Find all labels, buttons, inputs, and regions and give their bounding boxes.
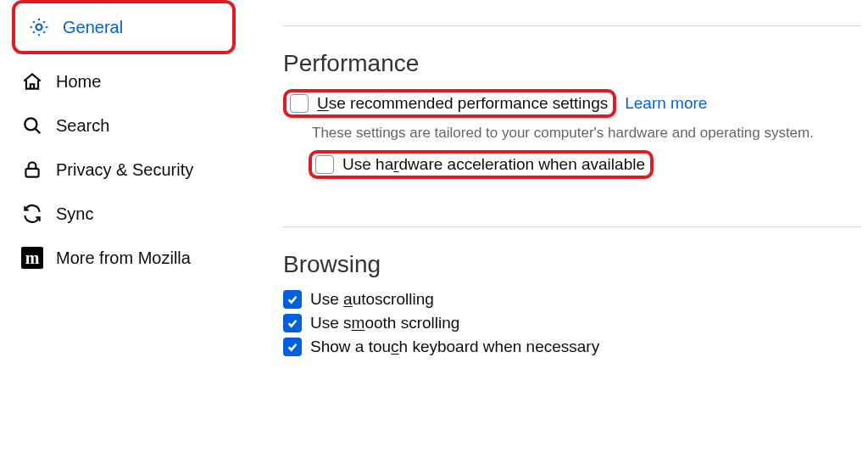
checkbox-recommended-settings[interactable] [290, 94, 309, 113]
mozilla-logo-icon: m [20, 246, 44, 270]
sync-icon [20, 202, 44, 226]
checkbox-label-autoscrolling[interactable]: Use autoscrolling [310, 290, 434, 309]
lock-icon [20, 158, 44, 181]
annotation-highlight-hardware: Use hardware acceleration when available [309, 150, 654, 179]
gear-icon [27, 15, 51, 39]
settings-sidebar: General Home Search Privacy & Security S… [0, 0, 246, 469]
sidebar-item-general[interactable]: General [19, 5, 229, 49]
performance-description: These settings are tailored to your comp… [312, 125, 861, 142]
checkbox-autoscrolling[interactable] [283, 290, 302, 309]
sidebar-item-privacy[interactable]: Privacy & Security [12, 148, 236, 192]
sidebar-item-sync[interactable]: Sync [12, 192, 236, 236]
checkbox-touch-keyboard[interactable] [283, 338, 302, 356]
sidebar-item-label: Privacy & Security [56, 160, 193, 180]
browsing-section: Browsing Use autoscrolling Use smooth sc… [283, 251, 861, 356]
sidebar-item-search[interactable]: Search [12, 103, 236, 148]
checkbox-smooth-scrolling[interactable] [283, 314, 302, 332]
learn-more-link[interactable]: Learn more [625, 94, 707, 113]
svg-point-0 [36, 25, 42, 31]
svg-point-1 [25, 118, 36, 130]
divider [283, 226, 861, 227]
home-icon [20, 70, 44, 93]
checkbox-label-touch-keyboard[interactable]: Show a touch keyboard when necessary [310, 338, 599, 356]
sidebar-item-label: Search [56, 116, 109, 136]
svg-rect-2 [25, 169, 38, 177]
settings-content: Performance Use recommended performance … [246, 0, 868, 469]
performance-section: Performance Use recommended performance … [283, 50, 861, 179]
annotation-highlight-general: General [12, 0, 236, 54]
sidebar-item-label: Sync [56, 204, 93, 224]
checkbox-label-recommended[interactable]: Use recommended performance settings [317, 94, 608, 113]
hardware-accel-row: Use hardware acceleration when available [309, 150, 861, 179]
sidebar-item-label: Home [56, 72, 101, 92]
sidebar-item-more-mozilla[interactable]: m More from Mozilla [12, 236, 236, 280]
checkbox-label-hardware[interactable]: Use hardware acceleration when available [342, 155, 645, 174]
smooth-scrolling-row: Use smooth scrolling [283, 314, 861, 332]
checkbox-hardware-accel[interactable] [315, 155, 334, 174]
section-title-browsing: Browsing [283, 251, 861, 278]
divider [283, 25, 861, 26]
annotation-highlight-recommended: Use recommended performance settings [283, 89, 616, 118]
sidebar-item-label: General [63, 18, 123, 37]
checkbox-label-smooth-scrolling[interactable]: Use smooth scrolling [310, 314, 459, 332]
search-icon [20, 114, 44, 137]
sidebar-item-home[interactable]: Home [12, 59, 236, 103]
section-title-performance: Performance [283, 50, 861, 77]
touch-keyboard-row: Show a touch keyboard when necessary [283, 338, 861, 356]
autoscrolling-row: Use autoscrolling [283, 290, 861, 309]
performance-recommended-row: Use recommended performance settings Lea… [283, 89, 861, 118]
sidebar-item-label: More from Mozilla [56, 248, 191, 268]
